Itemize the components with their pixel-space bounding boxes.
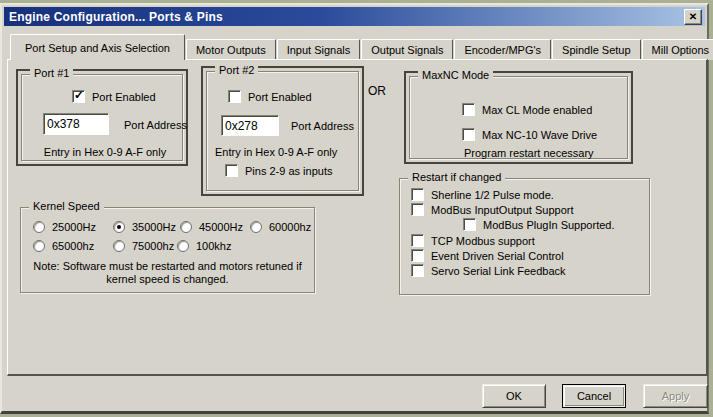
kernel-note-line2: kernel speed is changed. <box>21 273 314 285</box>
port1-group: Port #1 Port Enabled Port Address Entry … <box>21 74 183 161</box>
restart-option-sherline[interactable]: Sherline 1/2 Pulse mode. <box>411 188 554 201</box>
kernel-speed-group-title: Kernel Speed <box>29 200 104 212</box>
radio-icon[interactable] <box>177 240 189 252</box>
port2-enabled-label: Port Enabled <box>248 91 312 103</box>
tab-input-signals[interactable]: Input Signals <box>277 39 361 60</box>
port1-enabled-label: Port Enabled <box>92 91 156 103</box>
radio-icon[interactable] <box>33 240 45 252</box>
tab-spindle-setup[interactable]: Spindle Setup <box>552 39 641 60</box>
checkbox-icon[interactable] <box>225 164 238 177</box>
port1-hex-hint: Entry in Hex 0-9 A-F only <box>22 146 188 158</box>
port2-address-input[interactable] <box>221 115 279 136</box>
kernel-radio-35000[interactable]: 35000Hz <box>113 221 176 233</box>
checkbox-icon[interactable] <box>411 188 424 201</box>
port1-address-label: Port Address <box>124 119 187 131</box>
maxnc-group: MaxNC Mode Max CL Mode enabled Max NC-10… <box>409 76 628 159</box>
or-label: OR <box>368 84 386 98</box>
radio-icon[interactable] <box>180 221 192 233</box>
maxnc-cl-label: Max CL Mode enabled <box>482 104 592 116</box>
ok-button[interactable]: OK <box>482 384 546 408</box>
port1-address-input[interactable] <box>43 113 109 135</box>
screen: Engine Configuration... Ports & Pins ✕ P… <box>0 0 713 417</box>
tab-motor-outputs[interactable]: Motor Outputs <box>186 39 276 60</box>
maxnc-group-title: MaxNC Mode <box>418 69 493 81</box>
maxnc-wave-label: Max NC-10 Wave Drive <box>482 129 597 141</box>
checkbox-icon[interactable] <box>228 90 241 103</box>
restart-option-modbus-io[interactable]: ModBus InputOutput Support <box>411 203 573 216</box>
port2-pins-label: Pins 2-9 as inputs <box>245 165 332 177</box>
port2-hex-hint: Entry in Hex 0-9 A-F only <box>215 146 337 158</box>
radio-icon[interactable] <box>33 221 45 233</box>
engine-configuration-dialog: Engine Configuration... Ports & Pins ✕ P… <box>0 3 709 414</box>
restart-option-modbus-plugin[interactable]: ModBus PlugIn Supported. <box>463 218 614 231</box>
port2-address-label: Port Address <box>291 120 354 132</box>
port2-enabled-checkbox[interactable]: Port Enabled <box>228 90 312 103</box>
kernel-radio-45000[interactable]: 45000Hz <box>180 221 243 233</box>
port2-pins-checkbox[interactable]: Pins 2-9 as inputs <box>225 164 332 177</box>
apply-button: Apply <box>643 384 708 408</box>
checkbox-icon[interactable] <box>411 264 424 277</box>
checkbox-icon[interactable] <box>411 234 424 247</box>
kernel-radio-60000[interactable]: 60000hz <box>250 221 311 233</box>
maxnc-note: Program restart necessary <box>464 147 594 159</box>
port1-enabled-checkbox[interactable]: Port Enabled <box>72 90 156 103</box>
close-button[interactable]: ✕ <box>684 9 702 25</box>
tab-strip: Port Setup and Axis Selection Motor Outp… <box>10 35 713 60</box>
kernel-radio-75000[interactable]: 75000hz <box>113 240 174 252</box>
port2-group-title: Port #2 <box>215 64 258 76</box>
close-icon: ✕ <box>689 12 697 22</box>
restart-group-title: Restart if changed <box>408 171 505 183</box>
tab-encoder-mpgs[interactable]: Encoder/MPG's <box>454 39 551 60</box>
radio-icon[interactable] <box>113 240 125 252</box>
maxnc-wave-checkbox[interactable]: Max NC-10 Wave Drive <box>462 128 597 141</box>
maxnc-frame: MaxNC Mode Max CL Mode enabled Max NC-10… <box>404 71 633 164</box>
window-title: Engine Configuration... Ports & Pins <box>9 10 223 24</box>
port2-frame: Port #2 Port Enabled Port Address Entry … <box>201 66 364 196</box>
radio-icon[interactable] <box>250 221 262 233</box>
port1-frame: Port #1 Port Enabled Port Address Entry … <box>16 69 188 166</box>
restart-option-tcp-modbus[interactable]: TCP Modbus support <box>411 234 535 247</box>
radio-icon[interactable] <box>113 221 125 233</box>
checkbox-icon[interactable] <box>462 128 475 141</box>
kernel-radio-65000[interactable]: 65000hz <box>33 240 94 252</box>
restart-group: Restart if changed Sherline 1/2 Pulse mo… <box>399 178 650 295</box>
tab-mill-options[interactable]: Mill Options <box>642 39 713 60</box>
title-bar[interactable]: Engine Configuration... Ports & Pins ✕ <box>4 7 705 26</box>
port1-group-title: Port #1 <box>30 67 73 79</box>
checkbox-icon[interactable] <box>411 203 424 216</box>
cancel-button[interactable]: Cancel <box>562 384 626 408</box>
checkbox-icon[interactable] <box>462 103 475 116</box>
kernel-radio-25000[interactable]: 25000Hz <box>33 221 96 233</box>
checkbox-icon[interactable] <box>411 249 424 262</box>
kernel-speed-group: Kernel Speed 25000Hz 35000Hz 45000Hz 600… <box>20 207 315 293</box>
kernel-radio-100khz[interactable]: 100khz <box>177 240 231 252</box>
tab-output-signals[interactable]: Output Signals <box>361 39 453 60</box>
checkbox-icon[interactable] <box>463 218 476 231</box>
kernel-note-line1: Note: Software must be restarted and mot… <box>21 260 314 272</box>
restart-option-event-serial[interactable]: Event Driven Serial Control <box>411 249 564 262</box>
maxnc-cl-checkbox[interactable]: Max CL Mode enabled <box>462 103 592 116</box>
tab-port-setup[interactable]: Port Setup and Axis Selection <box>10 34 185 60</box>
port2-group: Port #2 Port Enabled Port Address Entry … <box>206 71 359 191</box>
restart-option-servo-serial[interactable]: Servo Serial Link Feedback <box>411 264 566 277</box>
checkbox-icon[interactable] <box>72 90 85 103</box>
